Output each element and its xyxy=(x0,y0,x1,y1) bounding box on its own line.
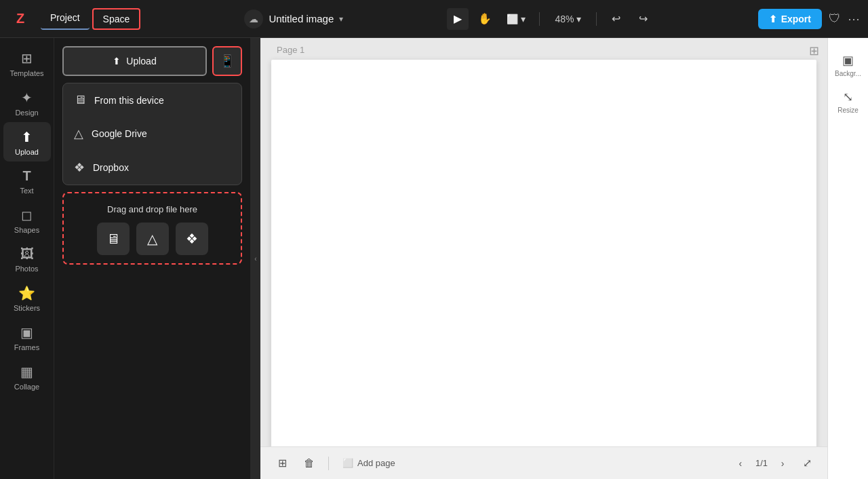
app-logo[interactable]: Z xyxy=(8,7,33,31)
dz-dropbox-button[interactable]: ❖ xyxy=(176,223,208,255)
sidebar-item-shapes[interactable]: ◻ Shapes xyxy=(3,200,51,240)
sidebar-item-design[interactable]: ✦ Design xyxy=(3,83,51,122)
layout-button[interactable]: ⬜ ▾ xyxy=(501,11,531,27)
text-icon: T xyxy=(22,168,31,184)
bottom-right: ‹ 1/1 › ⤢ xyxy=(731,454,816,473)
bottom-divider xyxy=(328,457,329,470)
bottom-left: ⊞ 🗑 ⬜ Add page xyxy=(271,453,401,474)
canvas-options-icon[interactable]: ⊞ xyxy=(809,43,819,58)
pointer-tool-button[interactable]: ▶ xyxy=(447,8,469,30)
drop-zone-text: Drag and drop file here xyxy=(72,204,233,214)
shield-icon[interactable]: 🛡 xyxy=(829,12,841,26)
canvas-area: Page 1 ⊞ ⊞ 🗑 ⬜ Add page ‹ 1/1 › xyxy=(260,38,827,479)
dropbox-icon: ❖ xyxy=(74,160,85,175)
add-page-label: Add page xyxy=(357,458,395,468)
hand-tool-button[interactable]: ✋ xyxy=(474,8,496,30)
design-icon: ✦ xyxy=(21,90,33,106)
title-chevron-icon[interactable]: ▾ xyxy=(339,14,343,24)
sidebar-item-frames[interactable]: ▣ Frames xyxy=(3,318,51,357)
collage-icon: ▦ xyxy=(20,364,33,380)
redo-button[interactable]: ↪ xyxy=(632,8,654,30)
sidebar-item-stickers[interactable]: ⭐ Stickers xyxy=(3,278,51,318)
fullscreen-button[interactable]: ⤢ xyxy=(797,454,816,473)
panel-collapse-handle[interactable]: ‹ xyxy=(251,38,260,479)
dropbox-label: Dropbox xyxy=(93,162,129,173)
dz-gdrive-icon: △ xyxy=(147,231,157,247)
export-label: Export xyxy=(781,14,811,24)
sidebar-item-upload[interactable]: ⬆ Upload xyxy=(3,122,51,161)
dz-device-button[interactable]: 🖥 xyxy=(97,223,130,255)
tab-space[interactable]: Space xyxy=(92,8,141,30)
upload-google-drive[interactable]: △ Google Drive xyxy=(63,117,241,151)
frames-icon: ▣ xyxy=(20,324,33,341)
upload-icon: ⬆ xyxy=(21,129,33,145)
right-sidebar: ▣ Backgr... ⤡ Resize xyxy=(827,38,868,479)
upload-dropbox[interactable]: ❖ Dropbox xyxy=(63,151,241,185)
photos-label: Photos xyxy=(15,265,38,273)
zoom-value: 48% xyxy=(555,14,574,24)
page-settings-icon: ⊞ xyxy=(278,457,287,470)
add-page-button[interactable]: ⬜ Add page xyxy=(337,455,401,471)
title-area: ☁ Untitled image ▾ xyxy=(244,9,343,28)
templates-label: Templates xyxy=(9,69,43,77)
stickers-icon: ⭐ xyxy=(18,285,35,301)
top-bar-right: ⬆ Export 🛡 ⋯ xyxy=(758,9,860,29)
dz-gdrive-button[interactable]: △ xyxy=(136,223,169,255)
upload-top-row: ⬆ Upload 📱 xyxy=(62,46,242,76)
upload-main-button[interactable]: ⬆ Upload xyxy=(62,46,207,76)
resize-panel-button[interactable]: ⤡ Resize xyxy=(831,83,865,119)
page-indicator: 1/1 xyxy=(755,458,768,468)
toolbar-divider-2 xyxy=(596,12,597,26)
layout-icon: ⬜ xyxy=(507,14,518,24)
top-bar-left: Z Project Space xyxy=(8,7,140,31)
sidebar-item-photos[interactable]: 🖼 Photos xyxy=(3,240,51,278)
page-settings-button[interactable]: ⊞ xyxy=(271,453,293,474)
device-label: From this device xyxy=(94,95,164,106)
upload-from-device[interactable]: 🖥 From this device xyxy=(63,83,241,117)
sidebar-item-templates[interactable]: ⊞ Templates xyxy=(3,43,51,83)
collapse-arrow-icon: ‹ xyxy=(254,255,256,263)
background-icon: ▣ xyxy=(842,53,854,68)
sidebar-item-collage[interactable]: ▦ Collage xyxy=(3,357,51,396)
stickers-label: Stickers xyxy=(14,304,40,312)
more-options-icon[interactable]: ⋯ xyxy=(848,12,860,26)
text-label: Text xyxy=(20,187,33,195)
prev-page-button[interactable]: ‹ xyxy=(731,454,750,473)
main-content: ⊞ Templates ✦ Design ⬆ Upload T Text ◻ S… xyxy=(0,38,868,479)
drop-zone-icons: 🖥 △ ❖ xyxy=(72,223,233,255)
background-label: Backgr... xyxy=(835,70,861,77)
page-label: Page 1 xyxy=(277,45,304,55)
upload-panel: ⬆ Upload 📱 🖥 From this device △ Google D… xyxy=(54,38,251,479)
document-title[interactable]: Untitled image xyxy=(269,13,334,24)
project-tabs: Project Space xyxy=(41,8,140,30)
add-page-icon: ⬜ xyxy=(342,458,353,468)
device-icon: 🖥 xyxy=(74,93,86,107)
bottom-bar: ⊞ 🗑 ⬜ Add page ‹ 1/1 › ⤢ xyxy=(260,446,827,479)
export-icon: ⬆ xyxy=(769,14,777,24)
tab-project[interactable]: Project xyxy=(41,8,90,30)
frames-label: Frames xyxy=(14,343,39,351)
layout-chevron-icon: ▾ xyxy=(521,14,526,24)
templates-icon: ⊞ xyxy=(21,50,33,66)
export-button[interactable]: ⬆ Export xyxy=(758,9,822,29)
drop-zone[interactable]: Drag and drop file here 🖥 △ ❖ xyxy=(62,192,242,265)
design-label: Design xyxy=(15,109,38,117)
sidebar-icons: ⊞ Templates ✦ Design ⬆ Upload T Text ◻ S… xyxy=(0,38,54,479)
dz-dropbox-icon: ❖ xyxy=(186,231,198,247)
gdrive-label: Google Drive xyxy=(92,128,147,139)
shapes-icon: ◻ xyxy=(21,207,33,223)
mobile-icon: 📱 xyxy=(220,54,235,69)
canvas-white-surface[interactable] xyxy=(271,60,816,468)
dz-device-icon: 🖥 xyxy=(106,231,120,247)
mobile-upload-button[interactable]: 📱 xyxy=(212,46,242,76)
collage-label: Collage xyxy=(14,383,39,391)
zoom-button[interactable]: 48% ▾ xyxy=(548,11,588,27)
next-page-button[interactable]: › xyxy=(773,454,792,473)
delete-page-button[interactable]: 🗑 xyxy=(298,453,320,474)
photos-icon: 🖼 xyxy=(20,246,34,262)
background-panel-button[interactable]: ▣ Backgr... xyxy=(831,46,865,83)
upload-cloud-icon: ⬆ xyxy=(113,56,121,66)
undo-button[interactable]: ↩ xyxy=(605,8,627,30)
sidebar-item-text[interactable]: T Text xyxy=(3,161,51,200)
top-bar: Z Project Space ☁ Untitled image ▾ ▶ ✋ ⬜… xyxy=(0,0,868,38)
